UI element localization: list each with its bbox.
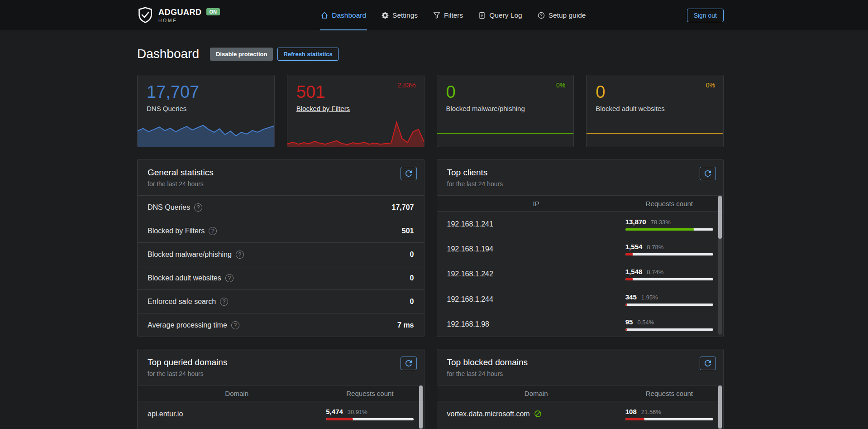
help-circle-icon[interactable]: ?	[231, 321, 239, 329]
request-percent: 30.91%	[348, 409, 367, 415]
request-count: 345	[625, 293, 637, 301]
scrollbar-thumb[interactable]	[718, 386, 722, 429]
dns-queries-sparkline	[138, 118, 274, 147]
stat-percent: 2.83%	[398, 82, 416, 89]
stat-card-blocked-adult: 0% 0 Blocked adult websites	[586, 75, 724, 147]
help-circle-icon[interactable]: ?	[236, 251, 244, 259]
home-icon	[321, 12, 328, 19]
table-header: Domain Requests count	[138, 385, 424, 401]
refresh-icon	[405, 170, 412, 177]
page-title: Dashboard	[137, 47, 199, 61]
help-circle-icon[interactable]: ?	[225, 274, 234, 282]
col-header-ip: IP	[447, 200, 625, 207]
nav-item-settings[interactable]: Settings	[381, 0, 419, 30]
nav-item-query-log[interactable]: Query Log	[477, 0, 523, 30]
card-subtitle: for the last 24 hours	[148, 180, 414, 188]
scrollbar-thumb[interactable]	[718, 196, 722, 239]
queried-domain-row: api.entur.io 5,47430.91%	[138, 401, 424, 426]
requests-progress-fill	[625, 328, 627, 331]
blocked-filters-value: 501	[296, 82, 415, 102]
stats-row: Blocked malware/phishing ? 0	[138, 242, 424, 266]
adguard-home-logo[interactable]: ADGUARD ON HOME	[137, 6, 220, 24]
protection-status-badge: ON	[206, 8, 220, 15]
stats-row: Blocked adult websites ? 0	[138, 266, 424, 289]
help-icon	[538, 12, 545, 19]
client-row: 192.168.1.241 13,87078.33%	[437, 212, 724, 236]
col-header-requests: Requests count	[326, 390, 414, 397]
request-count: 1,548	[625, 268, 643, 275]
nav-item-filters[interactable]: Filters	[432, 0, 464, 30]
dns-queries-label: DNS Queries	[147, 105, 265, 112]
refresh-icon	[705, 360, 711, 366]
stats-row: DNS Queries ? 17,707	[138, 195, 424, 219]
request-percent: 21.56%	[641, 409, 661, 415]
card-title: Top clients	[447, 168, 714, 178]
scrollbar-track[interactable]	[718, 385, 722, 429]
col-header-domain: Domain	[148, 390, 326, 397]
requests-progress-track	[625, 228, 713, 231]
request-percent: 0.54%	[637, 319, 654, 326]
gear-icon	[382, 12, 389, 19]
requests-progress-fill	[625, 418, 644, 420]
client-ip: 192.168.1.98	[447, 320, 625, 328]
blocked-adult-value: 0	[596, 82, 714, 102]
request-count: 5,474	[326, 408, 343, 415]
request-percent: 8.78%	[647, 244, 663, 251]
top-clients-card: Top clients for the last 24 hours IP Req…	[437, 159, 724, 337]
refresh-top-queried-button[interactable]	[401, 357, 417, 370]
stat-card-blocked-malware: 0% 0 Blocked malware/phishing	[437, 75, 574, 147]
request-percent: 78.33%	[651, 219, 671, 226]
client-row: 192.168.1.194 1,5548.78%	[437, 236, 724, 261]
blocked-domain: vortex.data.microsoft.com	[447, 410, 530, 418]
blocked-filters-sparkline	[287, 118, 424, 147]
stat-percent: 0%	[706, 82, 715, 89]
requests-progress-fill	[625, 228, 694, 231]
help-circle-icon[interactable]: ?	[220, 298, 228, 306]
brand-name: ADGUARD	[158, 8, 202, 17]
requests-progress-track	[625, 278, 713, 280]
client-ip: 192.168.1.241	[447, 220, 625, 228]
top-queried-domains-card: Top queried domains for the last 24 hour…	[137, 349, 424, 429]
refresh-top-blocked-button[interactable]	[700, 357, 716, 370]
unblock-domain-icon[interactable]	[534, 410, 542, 418]
client-row: 192.168.1.244 3451.95%	[437, 287, 724, 312]
main-nav: Dashboard Settings Filters Query Log	[220, 0, 687, 30]
scrollbar-track[interactable]	[419, 385, 423, 429]
refresh-top-clients-button[interactable]	[700, 167, 716, 180]
card-subtitle: for the last 24 hours	[447, 370, 714, 377]
help-circle-icon[interactable]: ?	[209, 227, 217, 235]
card-title: Top queried domains	[148, 357, 414, 367]
sign-out-button[interactable]: Sign out	[687, 9, 724, 22]
blocked-by-filters-link[interactable]: Blocked by Filters	[296, 105, 350, 112]
blocked-adult-sparkline	[587, 118, 723, 147]
help-circle-icon[interactable]: ?	[194, 203, 202, 212]
brand-subname: HOME	[158, 18, 220, 23]
table-header: IP Requests count	[437, 195, 724, 212]
shield-logo-icon	[137, 6, 153, 24]
table-header: Domain Requests count	[437, 385, 724, 401]
refresh-general-statistics-button[interactable]	[401, 167, 417, 180]
nav-item-dashboard[interactable]: Dashboard	[320, 0, 367, 30]
top-navbar: ADGUARD ON HOME Dashboard Settings	[0, 0, 868, 30]
dns-queries-value: 17,707	[147, 82, 265, 102]
blocked-domain-row: vortex.data.microsoft.com 10821.56%	[437, 401, 724, 426]
requests-progress-track	[625, 253, 713, 255]
blocked-malware-sparkline	[437, 118, 574, 147]
document-icon	[478, 12, 486, 19]
general-statistics-card: General statistics for the last 24 hours…	[137, 159, 424, 337]
refresh-statistics-button[interactable]: Refresh statistics	[277, 48, 338, 61]
scrollbar-track[interactable]	[718, 195, 722, 335]
nav-item-setup-guide[interactable]: Setup guide	[537, 0, 587, 30]
scrollbar-thumb[interactable]	[419, 386, 423, 429]
col-header-requests: Requests count	[625, 200, 713, 207]
stat-percent: 0%	[556, 82, 565, 89]
card-title: General statistics	[148, 168, 414, 178]
request-percent: 8.74%	[647, 269, 663, 275]
stats-row: Blocked by Filters ? 501	[138, 219, 424, 242]
request-percent: 1.95%	[641, 294, 658, 301]
request-count: 108	[625, 408, 637, 415]
dashboard-page: Dashboard Disable protection Refresh sta…	[137, 47, 724, 429]
requests-progress-track	[625, 328, 713, 331]
disable-protection-button[interactable]: Disable protection	[210, 48, 273, 61]
requests-progress-track	[625, 304, 713, 306]
